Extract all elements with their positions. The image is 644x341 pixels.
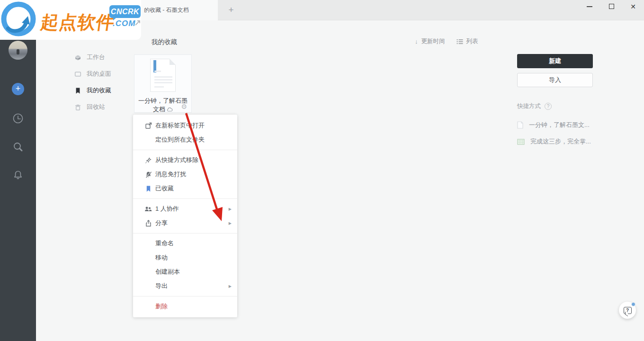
shortcuts-help-icon[interactable]: ? <box>545 103 552 110</box>
search-icon <box>12 141 24 153</box>
sort-label: 更新时间 <box>421 37 445 45</box>
workspace-icon <box>74 54 81 61</box>
thumb-text-line <box>154 86 164 88</box>
desktop-icon <box>74 71 81 78</box>
sidebar-item-desktop[interactable]: 我的桌面 <box>74 69 111 79</box>
view-mode-label: 列表 <box>466 37 478 45</box>
avatar-photo <box>17 49 19 54</box>
doc-file-icon <box>517 121 523 129</box>
thumb-text-line <box>154 71 161 72</box>
menu-divider <box>133 198 237 199</box>
menu-item-rename[interactable]: 重命名 <box>133 236 237 251</box>
thumb-text-line <box>154 82 172 83</box>
document-card[interactable]: 一分钟，了解石墨文档 ⚙ <box>134 54 192 113</box>
bookmark-icon <box>74 87 81 94</box>
menu-item-label: 移动 <box>155 253 168 262</box>
annotation-arrow <box>0 0 644 341</box>
menu-item-export[interactable]: 导出 ▶ <box>133 279 237 293</box>
notifications-button[interactable] <box>12 169 24 181</box>
external-arrow-icon <box>134 20 141 26</box>
sort-by-updated-control[interactable]: ↓ 更新时间 <box>415 37 445 45</box>
page-title: 我的收藏 <box>152 38 177 46</box>
menu-item-duplicate[interactable]: 创建副本 <box>133 265 237 279</box>
share-icon <box>144 219 152 227</box>
new-tab-button[interactable]: + <box>223 0 239 20</box>
sidebar-item-label: 工作台 <box>87 53 105 62</box>
menu-item-delete[interactable]: 删除 <box>133 299 237 314</box>
menu-item-favorited[interactable]: 已收藏 <box>133 181 237 196</box>
bell-icon <box>12 169 24 181</box>
shortcut-item-doc[interactable]: 一分钟，了解石墨文... <box>517 121 590 129</box>
create-new-button[interactable]: + <box>12 83 24 95</box>
submenu-arrow-icon: ▶ <box>229 207 232 211</box>
brand-text: 起点软件 <box>39 10 116 35</box>
menu-divider <box>133 233 237 233</box>
menu-item-remove-shortcut[interactable]: 从快捷方式移除 <box>133 153 237 167</box>
help-fab-button[interactable]: ? <box>619 302 636 319</box>
view-mode-control[interactable]: 列表 <box>456 37 478 45</box>
sidebar-item-label: 我的收藏 <box>87 86 111 95</box>
help-glyph: ? <box>626 308 629 313</box>
sidebar-item-favorites[interactable]: 我的收藏 <box>74 85 111 96</box>
menu-item-label: 分享 <box>155 219 168 227</box>
new-document-button[interactable]: 新建 <box>517 54 593 68</box>
menu-item-label: 在新标签页中打开 <box>155 121 205 130</box>
shortcut-item-title: 完成这三步，完全掌... <box>530 137 591 146</box>
sidebar-item-label: 回收站 <box>87 103 105 111</box>
window-controls: ✕ <box>579 0 644 13</box>
swirl-arrow-logo-icon <box>0 0 41 40</box>
cloud-synced-icon <box>167 108 173 112</box>
submenu-arrow-icon: ▶ <box>229 284 232 288</box>
shortcut-item-title: 一分钟，了解石墨文... <box>529 121 590 129</box>
close-button[interactable]: ✕ <box>622 0 644 13</box>
bell-off-icon <box>144 170 152 178</box>
menu-item-open-new-tab[interactable]: 在新标签页中打开 <box>133 118 237 133</box>
list-view-icon <box>456 39 463 45</box>
shortcut-item-sheet[interactable]: 完成这三步，完全掌... <box>517 137 591 146</box>
shortcuts-section-title: 快捷方式 ? <box>517 102 552 110</box>
maximize-button[interactable] <box>600 0 622 13</box>
menu-item-locate-folder[interactable]: 定位到所在文件夹 <box>133 133 237 147</box>
card-options-gear-icon[interactable]: ⚙ <box>181 103 187 110</box>
open-in-new-tab-icon <box>144 122 152 129</box>
notification-dot-badge <box>631 302 635 306</box>
cncrk-watermark-logo: 起点软件 CNCRK .COM <box>0 0 141 40</box>
user-avatar[interactable] <box>9 41 27 60</box>
minimize-button[interactable] <box>579 0 600 13</box>
menu-item-label: 1 人协作 <box>155 205 179 213</box>
help-bubble-icon: ? <box>624 307 632 314</box>
menu-item-label: 删除 <box>155 302 168 311</box>
trash-icon <box>74 104 81 111</box>
menu-item-share[interactable]: 分享 ▶ <box>133 216 237 230</box>
menu-divider <box>133 296 237 296</box>
minimize-icon <box>587 6 592 7</box>
menu-item-label: 重命名 <box>155 239 174 248</box>
sidebar-item-workspace[interactable]: 工作台 <box>74 52 105 63</box>
bookmark-filled-icon <box>144 185 152 192</box>
sort-descending-icon: ↓ <box>415 38 418 45</box>
recent-button[interactable] <box>12 112 24 125</box>
menu-item-label: 消息免打扰 <box>155 170 186 179</box>
brand-badge: CNCRK <box>109 5 141 18</box>
close-icon: ✕ <box>630 3 636 10</box>
brand-domain: .COM <box>113 19 135 28</box>
search-button[interactable] <box>12 141 24 153</box>
sheet-file-icon <box>517 139 525 145</box>
menu-item-mute-notifications[interactable]: 消息免打扰 <box>133 167 237 181</box>
sidebar-item-label: 我的桌面 <box>87 70 111 78</box>
document-title-text: 一分钟，了解石墨文档 <box>138 97 188 113</box>
thumb-text-line <box>154 79 172 81</box>
import-button[interactable]: 导入 <box>517 73 593 87</box>
menu-divider <box>133 150 237 150</box>
tab-title[interactable]: 的收藏 - 石墨文档 <box>144 0 189 20</box>
sidebar-item-trash[interactable]: 回收站 <box>74 102 105 112</box>
menu-item-collaborators[interactable]: 1 人协作 ▶ <box>133 202 237 216</box>
shimo-docs-window: 的收藏 - 石墨文档 + ✕ + <box>0 0 644 341</box>
collaborators-icon <box>144 205 152 213</box>
document-thumbnail <box>150 59 176 92</box>
menu-item-move[interactable]: 移动 <box>133 251 237 265</box>
menu-item-label: 创建副本 <box>155 268 180 276</box>
list-toolbar: ↓ 更新时间 列表 <box>415 37 478 45</box>
menu-item-label: 定位到所在文件夹 <box>155 135 205 144</box>
clock-icon <box>12 112 24 125</box>
